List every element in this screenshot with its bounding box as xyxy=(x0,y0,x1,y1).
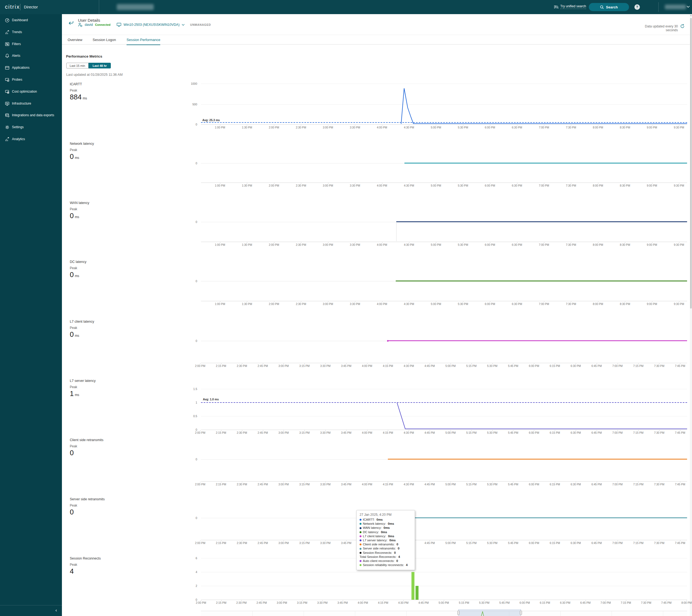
x-axis-tick xyxy=(626,600,626,601)
x-axis-tick xyxy=(679,242,679,243)
chart-peak-label-l7-client-latency: Peak xyxy=(70,326,77,330)
y-axis-label: 1000 xyxy=(170,82,197,85)
x-axis-tick xyxy=(274,301,274,302)
unified-search-hint[interactable]: Try unified search xyxy=(560,4,586,9)
sidebar-item-label: Probes xyxy=(12,78,22,82)
x-axis-tick xyxy=(534,482,534,483)
x-axis-tick xyxy=(517,242,517,243)
tab-session-logon[interactable]: Session Logon xyxy=(93,38,116,44)
x-axis-tick xyxy=(638,363,639,364)
x-axis-label: 3:00 PM xyxy=(319,243,337,246)
tooltip-timestamp: 27 Jan 2025, 4:20 PM xyxy=(360,513,412,516)
navigator-right-handle[interactable] xyxy=(520,611,522,615)
x-axis-line xyxy=(201,481,687,482)
x-axis-label: 6:00 PM xyxy=(481,302,499,305)
tooltip-row-session-reliability-reconnects: Session reliability reconnects:4 xyxy=(360,563,412,567)
sidebar-item-integrations-and-data-exports[interactable]: Integrations and data exports xyxy=(0,110,62,121)
sidebar-item-dashboard[interactable]: Dashboard xyxy=(0,15,62,25)
x-axis-label: 5:00 PM xyxy=(427,184,445,187)
x-axis-label: 5:45 PM xyxy=(504,364,522,367)
sidebar-collapse-button[interactable]: ‹ xyxy=(0,605,62,616)
x-axis-tick xyxy=(659,430,659,431)
tooltip-metric-value: 0ms xyxy=(388,534,394,538)
series-color-dot xyxy=(360,560,362,562)
chart-peak-label-dc-latency: Peak xyxy=(70,266,77,270)
x-axis-label: 6:00 PM xyxy=(525,364,543,367)
y-axis-label: 2 xyxy=(170,584,197,588)
tab-session-performance[interactable]: Session Performance xyxy=(127,38,160,45)
range-navigator-selection[interactable] xyxy=(458,609,521,616)
x-axis-label: 3:00 PM xyxy=(275,431,292,434)
machine-name-link[interactable]: Win10-2503 (NEXUS\SKWIN10VDA) xyxy=(124,23,179,27)
x-axis-tick xyxy=(355,183,355,184)
scrollbar-thumb[interactable] xyxy=(690,18,692,309)
sidebar-item-applications[interactable]: Applications xyxy=(0,63,62,73)
sidebar-item-settings[interactable]: Settings xyxy=(0,122,62,132)
tooltip-metric-value: 4 xyxy=(406,563,408,567)
x-axis-tick xyxy=(242,430,242,431)
x-axis-tick xyxy=(221,600,222,601)
x-axis-tick xyxy=(444,600,444,601)
tab-overview[interactable]: Overview xyxy=(68,38,82,44)
sidebar-item-label: Applications xyxy=(12,66,29,69)
x-axis-label: 2:30 PM xyxy=(233,364,251,367)
machine-chevron-down-icon[interactable] xyxy=(182,24,185,26)
refresh-icon[interactable] xyxy=(680,24,685,28)
x-axis-tick xyxy=(301,125,301,126)
x-axis-label: 8:30 PM xyxy=(616,126,634,129)
x-axis-label: 5:00 PM xyxy=(442,431,459,434)
series-color-dot xyxy=(360,535,362,537)
reconnect-bar[interactable] xyxy=(411,572,414,600)
help-icon[interactable]: ? xyxy=(634,4,640,10)
sidebar-item-infrastructure[interactable]: Infrastructure xyxy=(0,99,62,109)
toggle-last-48-hr[interactable]: Last 48 hr xyxy=(89,63,111,68)
sidebar-item-trends[interactable]: Trends xyxy=(0,27,62,38)
x-axis-label: 6:45 PM xyxy=(588,541,605,545)
x-axis-label: 7:00 PM xyxy=(609,431,626,434)
x-axis-tick xyxy=(544,183,544,184)
x-axis-label: 8:30 PM xyxy=(616,243,634,246)
range-navigator-track[interactable] xyxy=(201,611,687,616)
x-axis-tick xyxy=(625,183,625,184)
chart-peak-unit: ms xyxy=(83,97,87,100)
time-range-toggle: Last 15 min Last 48 hr xyxy=(66,63,111,68)
x-axis-label: 7:15 PM xyxy=(629,541,647,545)
x-axis-label: 5:30 PM xyxy=(484,431,501,434)
x-axis-label: 5:00 PM xyxy=(442,541,459,545)
x-axis-tick xyxy=(618,540,618,541)
scrollbar-up-arrow[interactable]: ▲ xyxy=(690,15,692,16)
x-axis-tick xyxy=(302,600,303,601)
sidebar-item-probes[interactable]: Probes xyxy=(0,75,62,85)
sidebar-item-filters[interactable]: Filters xyxy=(0,39,62,49)
series-color-dot xyxy=(360,544,362,545)
chart-peak-label-icartt: Peak xyxy=(70,88,77,92)
sidebar-item-analytics[interactable]: Analytics xyxy=(0,134,62,145)
x-axis-label: 2:30 PM xyxy=(233,601,250,604)
tooltip-metric-label: Session reliability reconnects: xyxy=(363,563,404,567)
x-axis-label: 8:00 PM xyxy=(678,601,692,604)
search-button[interactable]: Search xyxy=(589,3,629,11)
x-axis-label: 4:15 PM xyxy=(374,601,392,604)
x-axis-tick xyxy=(403,600,404,601)
x-axis-tick xyxy=(625,301,625,302)
sidebar: DashboardTrendsFiltersAlertsApplications… xyxy=(0,14,62,616)
navigator-gridline xyxy=(560,611,561,616)
account-chevron-down-icon[interactable] xyxy=(687,6,690,8)
sidebar-item-alerts[interactable]: Alerts xyxy=(0,51,62,61)
chart-peak-label-l7-server-latency: Peak xyxy=(70,385,77,389)
x-axis-label: 1:00 PM xyxy=(211,243,229,246)
unified-search-icon[interactable] xyxy=(554,5,559,10)
chart-tooltip: 27 Jan 2025, 4:20 PM ICARTT:0msNetwork l… xyxy=(356,510,415,570)
x-axis-tick xyxy=(680,430,680,431)
reconnect-bar[interactable] xyxy=(415,586,418,600)
navigator-left-handle[interactable] xyxy=(457,611,459,615)
user-name-link[interactable]: david xyxy=(85,23,93,27)
x-axis-tick xyxy=(409,482,409,483)
tooltip-row-session-reconnects: Session Reconnects:0 xyxy=(360,551,412,555)
toggle-last-15-min[interactable]: Last 15 min xyxy=(66,63,89,68)
x-axis-label: 7:00 PM xyxy=(535,126,553,129)
sidebar-item-cost-optimization[interactable]: Cost optimization xyxy=(0,87,62,97)
x-axis-tick xyxy=(463,125,463,126)
back-button[interactable] xyxy=(68,20,74,27)
x-axis-tick xyxy=(504,600,505,601)
